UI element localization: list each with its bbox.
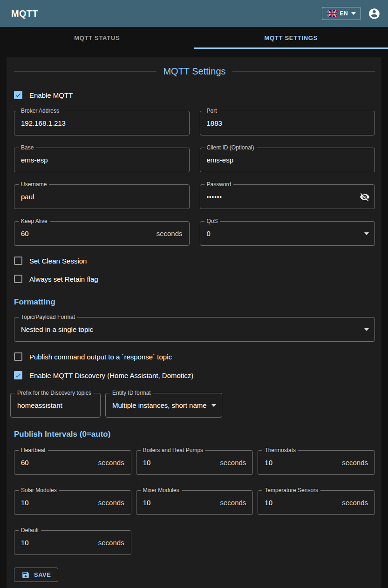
client-id-input[interactable] (200, 156, 375, 164)
port-input[interactable] (200, 119, 375, 127)
checkbox-clean-session[interactable]: Set Clean Session (14, 255, 375, 266)
unit-label: seconds (98, 499, 124, 507)
chevron-down-icon (351, 12, 356, 15)
temperature-sensors-field: Temperature Sensors seconds (258, 490, 375, 515)
unit-label: seconds (98, 539, 124, 547)
field-row-discovery: Prefix for the Discovery topics Entity I… (10, 393, 375, 418)
uk-flag-icon (327, 10, 337, 17)
unit-label: seconds (342, 459, 368, 466)
field-row-base-clientid: Base Client ID (Optional) (14, 148, 375, 172)
discovery-prefix-field: Prefix for the Discovery topics (10, 393, 101, 418)
field-label: Solar Modules (19, 487, 59, 494)
port-field: Port (200, 111, 375, 135)
entity-id-format-select[interactable]: Entity ID format Multiple instances, sho… (105, 393, 222, 418)
field-label: QoS (204, 218, 220, 225)
checkbox-label: Enable MQTT Discovery (Home Assistant, D… (29, 372, 193, 379)
default-interval-field: Default seconds (14, 530, 131, 555)
intervals-row-1: Heartbeat seconds Boilers and Heat Pumps… (14, 450, 375, 475)
selected-value: 0 (200, 230, 211, 237)
save-button-label: SAVE (34, 571, 51, 578)
field-label: Mixer Modules (141, 487, 182, 494)
topic-payload-format-select[interactable]: Topic/Payload Format Nested in a single … (14, 317, 375, 342)
page-body: MQTT Settings Enable MQTT Broker Address… (0, 49, 388, 588)
publish-intervals-heading: Publish Intervals (0=auto) (14, 430, 375, 439)
solar-modules-field: Solar Modules seconds (14, 490, 131, 515)
checkbox-label: Set Clean Session (29, 257, 87, 265)
checkbox-checked-icon[interactable] (14, 371, 22, 379)
tab-mqtt-settings[interactable]: MQTT SETTINGS (194, 27, 388, 49)
field-label: Keep Alive (19, 218, 50, 225)
broker-address-input[interactable] (14, 119, 189, 127)
mixer-modules-field: Mixer Modules seconds (136, 490, 253, 515)
visibility-off-icon (360, 192, 370, 202)
qos-select[interactable]: QoS 0 (200, 221, 375, 246)
checkbox-label: Enable MQTT (29, 91, 73, 99)
checkbox-checked-icon[interactable] (14, 91, 22, 99)
field-label: Base (19, 144, 36, 151)
toggle-password-visibility-button[interactable] (360, 192, 370, 202)
discovery-prefix-input[interactable] (11, 401, 100, 409)
account-button[interactable] (368, 7, 381, 20)
client-id-field: Client ID (Optional) (200, 148, 375, 172)
checkbox-enable-mqtt[interactable]: Enable MQTT (14, 89, 375, 101)
checkbox-label: Publish command output to a `response` t… (29, 353, 172, 361)
field-label: Boilers and Heat Pumps (141, 447, 205, 454)
unit-label: seconds (157, 230, 183, 237)
section-title: MQTT Settings (14, 66, 375, 77)
password-input[interactable] (200, 193, 375, 200)
unit-label: seconds (342, 499, 368, 507)
field-label: Topic/Payload Format (19, 314, 77, 321)
dropdown-caret-icon (211, 404, 216, 407)
field-label: Prefix for the Discovery topics (15, 390, 94, 397)
tab-mqtt-status[interactable]: MQTT STATUS (0, 27, 194, 49)
language-selector[interactable]: EN (322, 7, 361, 20)
dropdown-caret-icon (364, 328, 369, 331)
unit-label: seconds (220, 499, 246, 507)
base-field: Base (14, 148, 190, 172)
checkbox-unchecked-icon[interactable] (14, 257, 22, 265)
field-label: Password (204, 181, 234, 188)
thermostats-field: Thermostats seconds (258, 450, 375, 475)
field-label: Entity ID format (110, 390, 153, 397)
save-button[interactable]: SAVE (14, 568, 58, 582)
checkbox-label: Always set Retain flag (29, 275, 98, 283)
field-label: Broker Address (19, 108, 61, 115)
field-row-broker-port: Broker Address Port (14, 111, 375, 135)
unit-label: seconds (98, 459, 124, 466)
field-row-keepalive-qos: Keep Alive seconds QoS 0 (14, 221, 375, 246)
language-code: EN (340, 10, 348, 17)
field-label: Heartbeat (19, 447, 48, 454)
username-input[interactable] (14, 193, 189, 201)
checkbox-response-topic[interactable]: Publish command output to a `response` t… (14, 351, 375, 362)
field-label: Client ID (Optional) (204, 144, 257, 151)
field-label: Thermostats (262, 447, 298, 454)
field-row-username-password: Username Password (14, 184, 375, 209)
password-field: Password (200, 184, 375, 209)
field-label: Default (19, 527, 41, 534)
selected-value: Nested in a single topic (14, 325, 93, 333)
app-bar: MQTT EN (0, 0, 388, 27)
unit-label: seconds (220, 459, 246, 466)
base-input[interactable] (14, 156, 189, 164)
dropdown-caret-icon (364, 232, 369, 235)
field-label: Port (204, 108, 219, 115)
formatting-heading: Formatting (14, 297, 375, 307)
checkbox-retain-flag[interactable]: Always set Retain flag (14, 273, 375, 284)
intervals-row-3: Default seconds (14, 530, 375, 555)
intervals-row-2: Solar Modules seconds Mixer Modules seco… (14, 490, 375, 515)
broker-address-field: Broker Address (14, 111, 190, 135)
username-field: Username (14, 184, 190, 209)
field-label: Temperature Sensors (262, 487, 320, 494)
checkbox-unchecked-icon[interactable] (14, 352, 22, 361)
keep-alive-field: Keep Alive seconds (14, 221, 190, 246)
selected-value: Multiple instances, short name (106, 401, 207, 409)
checkbox-unchecked-icon[interactable] (14, 275, 22, 283)
save-icon (21, 571, 30, 579)
account-circle-icon (368, 7, 381, 20)
page-title: MQTT (11, 8, 322, 19)
heartbeat-field: Heartbeat seconds (14, 450, 131, 475)
checkbox-mqtt-discovery[interactable]: Enable MQTT Discovery (Home Assistant, D… (14, 370, 375, 381)
field-label: Username (19, 181, 49, 188)
boilers-heat-pumps-field: Boilers and Heat Pumps seconds (136, 450, 253, 475)
settings-card: MQTT Settings Enable MQTT Broker Address… (7, 57, 381, 588)
